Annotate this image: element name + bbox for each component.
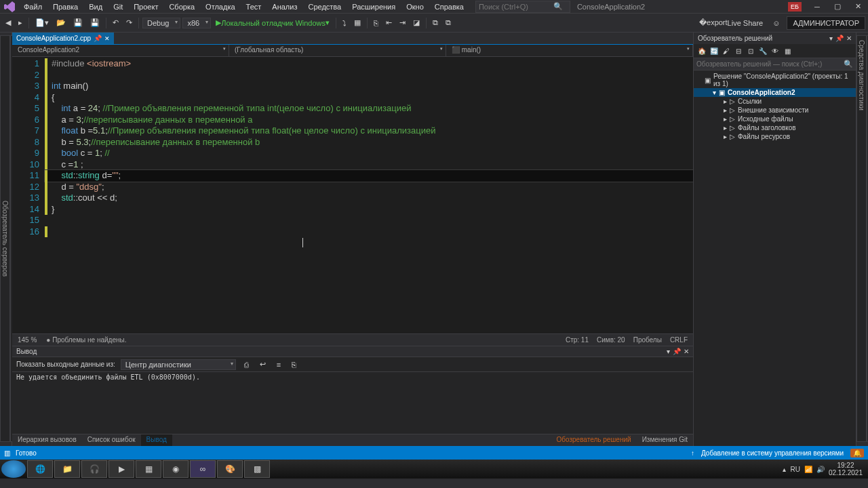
show-all-icon[interactable]: ⊡ <box>745 45 756 56</box>
menu-справка[interactable]: Справка <box>430 1 469 12</box>
zoom-level[interactable]: 145 % <box>18 336 37 344</box>
close-tab-icon[interactable]: ✕ <box>104 35 110 42</box>
redo-button[interactable]: ↷ <box>123 17 135 28</box>
eol-mode[interactable]: CRLF <box>670 336 688 344</box>
tray-expand-icon[interactable]: ▴ <box>783 466 786 473</box>
problems-indicator[interactable]: ● Проблемы не найдены. <box>46 336 126 344</box>
code-line-15[interactable] <box>45 215 693 226</box>
home-icon[interactable]: 🏠 <box>696 45 707 56</box>
taskbar-discord[interactable]: 🎧 <box>81 460 107 478</box>
nav-project[interactable]: ConsoleApplication2 <box>12 45 229 56</box>
indent-mode[interactable]: Пробелы <box>633 336 662 344</box>
indent-more-button[interactable]: ⇥ <box>397 17 408 28</box>
uncomment-button[interactable]: ⧉ <box>443 17 454 28</box>
comment-button[interactable]: ⧉ <box>430 17 441 28</box>
code-line-8[interactable]: b = 5.3;//переписывание данных в перемен… <box>45 137 693 148</box>
taskbar-media[interactable]: ▶ <box>108 460 134 478</box>
menu-правка[interactable]: Правка <box>48 1 83 12</box>
menu-окно[interactable]: Окно <box>401 1 429 12</box>
open-button[interactable]: 📂 <box>54 17 68 28</box>
taskbar-explorer[interactable]: 📁 <box>54 460 80 478</box>
code-line-5[interactable]: int a = 24; //Пример объявления переменн… <box>45 103 693 115</box>
global-search[interactable]: 🔍 <box>475 1 570 13</box>
solution-tree[interactable]: ▣ Решение "ConsoleApplication2" (проекты… <box>694 70 856 142</box>
output-tab[interactable]: Вывод <box>141 434 172 446</box>
group-icon[interactable]: ▦ <box>782 45 793 56</box>
taskbar-app2[interactable]: ▩ <box>244 460 270 478</box>
brush-icon[interactable]: 🖌 <box>721 45 732 56</box>
misc-button-2[interactable]: ⎘ <box>371 18 381 28</box>
code-line-11[interactable]: std::string d=""; <box>45 170 693 182</box>
solution-search-input[interactable] <box>694 58 841 70</box>
tray-network-icon[interactable]: 📶 <box>804 466 812 473</box>
new-button[interactable]: 📄▾ <box>33 17 52 28</box>
code-line-16[interactable] <box>45 226 693 238</box>
code-line-12[interactable]: d = "ddsg"; <box>45 182 693 193</box>
file-tab[interactable]: ConsoleApplication2.cpp 📌 ✕ <box>12 33 114 44</box>
start-button[interactable] <box>1 460 26 478</box>
tray-sound-icon[interactable]: 🔊 <box>816 466 825 473</box>
nav-back-button[interactable]: ◀ <box>3 17 14 28</box>
code-line-4[interactable]: { <box>45 92 693 104</box>
nav-scope[interactable]: (Глобальная область) <box>229 45 446 56</box>
collapse-icon[interactable]: ⊟ <box>733 45 744 56</box>
tree-item[interactable]: ▸▷Файлы ресурсов <box>694 132 856 141</box>
code-line-6[interactable]: a = 3;//переписывание данных в переменно… <box>45 115 693 126</box>
solution-root-node[interactable]: ▣ Решение "ConsoleApplication2" (проекты… <box>694 72 856 88</box>
config-dropdown[interactable]: Debug <box>142 18 180 28</box>
menu-проект[interactable]: Проект <box>129 1 163 12</box>
minimize-button[interactable]: ─ <box>807 0 827 14</box>
menu-отладка[interactable]: Отладка <box>201 1 239 12</box>
sync-icon[interactable]: 🔄 <box>709 45 719 56</box>
code-line-9[interactable]: bool c = 1; // <box>45 148 693 159</box>
indent-less-button[interactable]: ⇤ <box>383 17 395 28</box>
output-clear-button[interactable]: ⎙ <box>241 359 252 370</box>
feedback-button[interactable]: ☺ <box>770 18 783 28</box>
output-source-dropdown[interactable]: Центр диагностики <box>121 359 236 370</box>
output-toggle-button[interactable]: ≡ <box>274 359 283 370</box>
menu-средства[interactable]: Средства <box>303 1 346 12</box>
preview-icon[interactable]: 👁 <box>770 45 781 56</box>
tree-item[interactable]: ▸▷Исходные файлы <box>694 115 856 123</box>
git-changes-tab-btn[interactable]: Изменения Git <box>637 434 693 446</box>
error-list-tab[interactable]: Список ошибок <box>82 434 141 446</box>
menu-сборка[interactable]: Сборка <box>164 1 199 12</box>
close-button[interactable]: ✕ <box>848 0 868 14</box>
code-editor[interactable]: 12345678910111213141516 #include <iostre… <box>12 57 693 333</box>
run-button[interactable]: ▶ Локальный отладчик Windows ▾ <box>213 17 332 28</box>
taskbar-app1[interactable]: ▦ <box>136 460 161 478</box>
undo-button[interactable]: ↶ <box>110 17 121 28</box>
menu-тест[interactable]: Тест <box>241 1 267 12</box>
nav-member[interactable]: ⬛ main() <box>446 45 693 56</box>
misc-button-1[interactable]: ▦ <box>351 17 363 28</box>
taskbar-vs[interactable]: ∞ <box>190 460 216 478</box>
output-wrap-button[interactable]: ↩ <box>257 359 269 370</box>
code-line-14[interactable]: } <box>45 204 693 216</box>
code-line-10[interactable]: c =1 ; <box>45 159 693 171</box>
menu-вид[interactable]: Вид <box>84 1 107 12</box>
panel-dd-icon[interactable]: ▾ <box>829 35 833 42</box>
project-node[interactable]: ▾ ▣ ConsoleApplication2 <box>694 88 856 97</box>
taskbar-paint[interactable]: 🎨 <box>217 460 243 478</box>
menu-git[interactable]: Git <box>108 1 127 12</box>
save-all-button[interactable]: 💾 <box>87 17 102 28</box>
tray-clock[interactable]: 19:22 02.12.2021 <box>829 462 863 476</box>
menu-анализ[interactable]: Анализ <box>267 1 302 12</box>
vcs-add-button[interactable]: Добавление в систему управления версиями <box>701 449 844 457</box>
nav-fwd-button[interactable]: ▸ <box>16 17 25 28</box>
solution-explorer-tab-btn[interactable]: Обозреватель решений <box>551 434 636 446</box>
code-line-7[interactable]: float b =5.1;//Пример объявления перемен… <box>45 125 693 137</box>
pin-icon[interactable]: 📌 <box>94 35 102 42</box>
taskbar-chrome[interactable]: 🌐 <box>27 460 53 478</box>
diagnostics-tab[interactable]: Средства диагностики <box>856 35 867 442</box>
call-hierarchy-tab[interactable]: Иерархия вызовов <box>12 434 82 446</box>
properties-icon[interactable]: 🔧 <box>757 45 768 56</box>
save-button[interactable]: 💾 <box>71 17 85 28</box>
tree-item[interactable]: ▸▷Файлы заголовков <box>694 123 856 132</box>
output-dd-icon[interactable]: ▾ <box>667 348 670 355</box>
vcs-add-icon[interactable]: ↑ <box>691 449 694 457</box>
platform-dropdown[interactable]: x86 <box>182 18 211 28</box>
live-share-button[interactable]: �export Live Share <box>696 17 766 28</box>
output-pin-icon[interactable]: 📌 <box>673 348 681 355</box>
search-icon[interactable]: 🔍 <box>841 58 856 70</box>
